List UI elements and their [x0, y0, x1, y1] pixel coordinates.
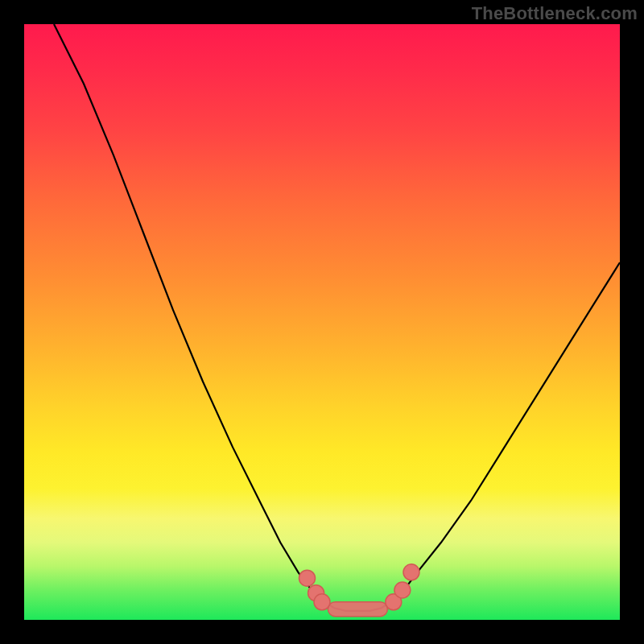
- chart-frame: TheBottleneck.com: [0, 0, 644, 644]
- chart-plot-area: [24, 24, 620, 620]
- bead-marker: [403, 564, 419, 580]
- chart-svg: [24, 24, 620, 620]
- curve-right-branch: [382, 262, 620, 608]
- bead-marker: [314, 594, 330, 610]
- bead-marker: [394, 582, 411, 598]
- curve-left-branch: [54, 24, 334, 608]
- trough-capsule: [328, 602, 387, 617]
- watermark-text: TheBottleneck.com: [472, 3, 638, 24]
- bead-marker: [299, 570, 316, 586]
